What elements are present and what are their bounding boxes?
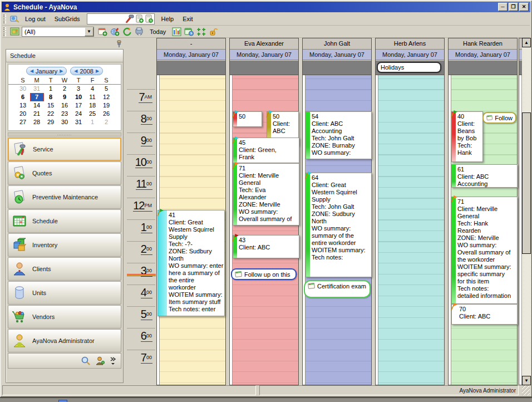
calendar-day-cell[interactable]: 19 (100, 101, 114, 110)
calendar-day-cell[interactable]: 18 (86, 101, 100, 110)
allday-area[interactable]: Holidays (376, 61, 444, 75)
sidebar-item-ayanova-administrator[interactable]: AyaNova Administrator (8, 329, 121, 352)
workorder-event-71-eva[interactable]: 71 Client: Merville General Tech: Eva Al… (233, 163, 299, 225)
month-selector[interactable]: ◀ January ▶ (26, 67, 67, 75)
calendar-day-cell[interactable]: 31 (30, 85, 44, 93)
menu-grip[interactable] (3, 14, 6, 23)
theme-icon[interactable] (9, 27, 20, 37)
calendar-day-cell[interactable]: 31 (72, 118, 86, 126)
prev-month-icon[interactable]: ◀ (30, 68, 33, 73)
followup-event[interactable]: Follow up on this (231, 268, 297, 280)
workorder-event-64[interactable]: 64 Client: Great Western Squirrel Supply… (306, 173, 372, 277)
time-grid[interactable]: 50 50 Client: ABC 45 Client: Green, Fran… (230, 75, 298, 385)
resize-grip[interactable] (522, 385, 530, 395)
sidebar-item-preventive-maintenance[interactable]: Preventive Maintenance (8, 185, 121, 209)
sidebar-item-quotes[interactable]: Quotes (8, 161, 121, 185)
workorder-event-70[interactable]: 70 Client: ABC (451, 304, 518, 325)
workorder-event-40[interactable]: 40 Client: Beans by Bob Tech: Hank (451, 111, 483, 162)
calendar-day-cell[interactable]: 27 (16, 118, 30, 126)
schedule-settings-icon[interactable] (183, 27, 194, 37)
time-grid[interactable]: 41 Client: Great Western Squirrel Supply… (157, 75, 225, 385)
calendar-day-cell[interactable]: 5 (100, 85, 114, 93)
calendar-day-cell[interactable]: 25 (86, 110, 100, 118)
minimize-button[interactable]: ─ (498, 3, 508, 11)
chevron-down-icon[interactable]: ▼ (85, 27, 93, 36)
workorder-event-50[interactable]: 50 (233, 111, 262, 127)
refresh-icon[interactable] (121, 27, 132, 37)
calendar-day-cell[interactable]: 8 (44, 93, 58, 101)
calendar-day-cell[interactable]: 3 (72, 85, 86, 93)
note-clock-icon[interactable] (145, 14, 153, 23)
calendar-day-cell[interactable]: 30 (58, 118, 72, 126)
scrollbar-thumb[interactable] (522, 112, 531, 254)
allday-area[interactable] (449, 61, 517, 75)
schedule-filter-dropdown[interactable]: (All) ▼ (22, 27, 94, 37)
chevron-more-icon[interactable] (110, 356, 116, 365)
workorder-event-61[interactable]: 61 Client: ABC Accounting (451, 164, 518, 188)
calendar-day-cell[interactable]: 22 (44, 110, 58, 118)
user-search-icon[interactable] (95, 356, 105, 366)
calendar-day-cell[interactable]: 11 (86, 93, 100, 101)
search-icon[interactable] (81, 356, 91, 366)
calendar-selected-day[interactable]: 7 (30, 93, 44, 101)
sidebar-item-inventory[interactable]: Inventory (8, 233, 121, 257)
allday-area[interactable] (303, 61, 371, 75)
calendar-day-cell[interactable]: 23 (58, 110, 72, 118)
new-event-icon[interactable] (97, 27, 108, 37)
prev-year-icon[interactable]: ◀ (74, 68, 77, 73)
time-grid[interactable]: 40 Client: Beans by Bob Tech: Hank Follo… (449, 75, 517, 385)
calendar-day-cell[interactable]: 6 (16, 93, 30, 101)
menu-subgrids[interactable]: SubGrids (50, 14, 85, 24)
sidebar-item-units[interactable]: Units (8, 281, 121, 305)
sidebar-item-vendors[interactable]: Vendors (8, 305, 121, 329)
close-button[interactable]: ✕ (519, 3, 529, 11)
today-button[interactable]: Today (145, 27, 170, 36)
certification-event[interactable]: Certification exam (304, 280, 371, 298)
print-preview-icon[interactable] (134, 27, 145, 37)
calendar-day-cell[interactable]: 17 (72, 101, 86, 110)
sidebar-item-clients[interactable]: Clients (8, 257, 121, 281)
follow-event[interactable]: Follow (482, 112, 516, 124)
calendar-day-cell[interactable]: 1 (44, 85, 58, 93)
charts-icon[interactable] (171, 27, 182, 37)
calendar-day-cell[interactable]: 14 (30, 101, 44, 110)
workorder-event-41[interactable]: 41 Client: Great Western Squirrel Supply… (157, 210, 225, 316)
menu-exit[interactable]: Exit (178, 14, 197, 24)
next-month-icon[interactable]: ▶ (60, 68, 63, 73)
logout-icon[interactable] (9, 14, 20, 24)
time-grid[interactable]: 54 Client: ABC Accounting Tech: John Gal… (303, 75, 371, 385)
new-web-event-icon[interactable] (109, 27, 120, 37)
calendar-day-cell[interactable]: 9 (58, 93, 72, 101)
calendar-day-cell[interactable]: 12 (100, 93, 114, 101)
workorder-event-45[interactable]: 45 Client: Green, Frank (233, 138, 299, 163)
allday-area[interactable] (230, 61, 298, 75)
toolbar-grip[interactable] (3, 27, 6, 36)
allday-area[interactable] (157, 61, 225, 75)
calendar-day-cell[interactable]: 16 (58, 101, 72, 110)
new-note-icon[interactable] (135, 14, 144, 23)
calendar-day-cell[interactable]: 26 (100, 110, 114, 118)
next-year-icon[interactable]: ▶ (96, 68, 99, 73)
vertical-scrollbar[interactable]: ▲ ▼ (522, 38, 531, 385)
calendar-day-cell[interactable]: 1 (86, 118, 100, 126)
calendar-day-cell[interactable]: 30 (16, 85, 30, 93)
hammer-icon[interactable] (124, 14, 134, 23)
calendar-day-cell[interactable]: 2 (100, 118, 114, 126)
time-grid[interactable] (376, 75, 444, 385)
calendar-day-cell[interactable]: 24 (72, 110, 86, 118)
scroll-up-button[interactable]: ▲ (522, 38, 531, 47)
menu-help[interactable]: Help (157, 14, 179, 24)
calendar-day-cell[interactable]: 2 (58, 85, 72, 93)
year-selector[interactable]: ◀ 2008 ▶ (70, 67, 103, 75)
maximize-button[interactable]: ❐ (509, 3, 518, 11)
expand-all-icon[interactable] (195, 27, 206, 37)
calendar-day-cell[interactable]: 28 (30, 118, 44, 126)
calendar-day-cell[interactable]: 20 (16, 110, 30, 118)
calendar-day-cell[interactable]: 15 (44, 101, 58, 110)
pin-icon[interactable] (115, 40, 122, 48)
holidays-event[interactable]: Holidays (377, 62, 441, 73)
sidebar-item-service[interactable]: Service (8, 138, 121, 161)
scroll-down-button[interactable]: ▼ (522, 376, 531, 385)
unlock-icon[interactable] (208, 27, 219, 37)
title-bar[interactable]: Schedule - AyaNova ─ ❐ ✕ (2, 2, 530, 12)
